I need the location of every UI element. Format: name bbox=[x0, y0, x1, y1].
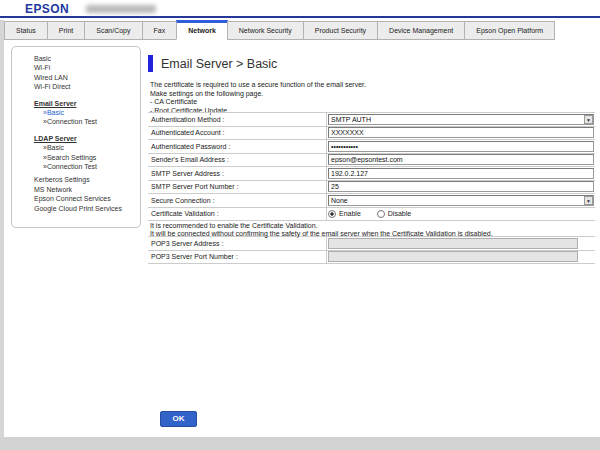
sidebar-item-basic[interactable]: Basic bbox=[12, 54, 140, 63]
tab-print[interactable]: Print bbox=[47, 21, 85, 40]
sidebar-item-basic[interactable]: »Basic bbox=[12, 108, 140, 117]
tab-network[interactable]: Network bbox=[176, 20, 228, 40]
note-line: It is recommended to enable the Certific… bbox=[150, 222, 595, 230]
form-row-smtp-address: SMTP Server Address : bbox=[148, 166, 595, 180]
sender-email-input[interactable] bbox=[328, 154, 594, 165]
description-line: Make settings on the following page. bbox=[150, 90, 366, 99]
tab-epson-open-platform[interactable]: Epson Open Platform bbox=[464, 21, 555, 40]
certificate-validation-note: It is recommended to enable the Certific… bbox=[148, 220, 595, 236]
form-row-secure-connection: Secure Connection : None ▼ bbox=[148, 193, 595, 207]
sidebar-item-ldap-server[interactable]: LDAP Server bbox=[12, 134, 140, 143]
tab-scan-copy[interactable]: Scan/Copy bbox=[84, 21, 142, 40]
email-server-form: Authentication Method : SMTP AUTH ▼ Auth… bbox=[148, 112, 595, 264]
authentication-method-cell: SMTP AUTH ▼ bbox=[326, 113, 595, 126]
certificate-validation-label: Certificate Validation : bbox=[148, 210, 326, 217]
sidebar-item-email-server[interactable]: Email Server bbox=[12, 99, 140, 108]
tab-network-security[interactable]: Network Security bbox=[227, 21, 304, 40]
tab-product-security[interactable]: Product Security bbox=[303, 21, 378, 40]
certificate-validation-radio-group: Enable Disable bbox=[328, 210, 427, 218]
title-accent-bar bbox=[148, 55, 153, 72]
sender-email-cell bbox=[326, 154, 595, 167]
pop3-address-label: POP3 Server Address : bbox=[148, 240, 326, 247]
app-header: EPSON bbox=[0, 0, 600, 18]
tab-fax[interactable]: Fax bbox=[142, 21, 178, 40]
pop3-port-input bbox=[328, 251, 578, 262]
disable-radio-label[interactable]: Disable bbox=[388, 210, 411, 217]
certificate-validation-cell: Enable Disable bbox=[326, 208, 595, 221]
authenticated-password-label: Authenticated Password : bbox=[148, 143, 326, 150]
sender-email-label: Sender's Email Address : bbox=[148, 156, 326, 163]
pop3-port-cell bbox=[326, 251, 595, 264]
secure-connection-value: None bbox=[331, 197, 348, 204]
tab-bar: StatusPrintScan/CopyFaxNetworkNetwork Se… bbox=[4, 20, 554, 40]
pop3-port-label: POP3 Server Port Number : bbox=[148, 253, 326, 260]
tab-device-management[interactable]: Device Management bbox=[377, 21, 465, 40]
pop3-address-cell bbox=[326, 237, 595, 250]
page-left-gutter bbox=[0, 20, 4, 437]
sidebar-item-ms-network[interactable]: MS Network bbox=[12, 185, 140, 194]
disable-radio[interactable] bbox=[377, 210, 385, 218]
sidebar-item-connection-test[interactable]: »Connection Test bbox=[12, 162, 140, 171]
authenticated-account-input[interactable] bbox=[328, 127, 594, 138]
chevron-down-icon[interactable]: ▼ bbox=[584, 196, 593, 205]
description-line: The certificate is required to use a sec… bbox=[150, 81, 366, 90]
tab-status[interactable]: Status bbox=[4, 21, 48, 40]
secure-connection-select[interactable]: None ▼ bbox=[328, 195, 594, 206]
authentication-method-label: Authentication Method : bbox=[148, 116, 326, 123]
epson-logo: EPSON bbox=[25, 2, 69, 16]
printer-model-redacted bbox=[86, 5, 156, 13]
secure-connection-label: Secure Connection : bbox=[148, 197, 326, 204]
sidebar-item-epson-connect-services[interactable]: Epson Connect Services bbox=[12, 194, 140, 203]
smtp-address-label: SMTP Server Address : bbox=[148, 170, 326, 177]
form-row-authenticated-password: Authenticated Password : bbox=[148, 139, 595, 153]
page-description: The certificate is required to use a sec… bbox=[150, 81, 366, 115]
authenticated-password-cell bbox=[326, 140, 595, 153]
page-footer-strip bbox=[0, 437, 600, 450]
authenticated-password-input[interactable] bbox=[328, 141, 594, 152]
form-row-pop3-address: POP3 Server Address : bbox=[148, 236, 595, 250]
authenticated-account-label: Authenticated Account : bbox=[148, 129, 326, 136]
sidebar-item-wi-fi[interactable]: Wi-Fi bbox=[12, 63, 140, 72]
smtp-port-cell bbox=[326, 181, 595, 194]
form-row-authentication-method: Authentication Method : SMTP AUTH ▼ bbox=[148, 112, 595, 126]
sidebar-item-connection-test[interactable]: »Connection Test bbox=[12, 117, 140, 126]
smtp-address-cell bbox=[326, 167, 595, 180]
form-row-authenticated-account: Authenticated Account : bbox=[148, 126, 595, 140]
form-row-certificate-validation: Certificate Validation : Enable Disable bbox=[148, 207, 595, 221]
sidebar-item-kerberos-settings[interactable]: Kerberos Settings bbox=[12, 175, 140, 184]
smtp-port-label: SMTP Server Port Number : bbox=[148, 183, 326, 190]
form-row-pop3-port: POP3 Server Port Number : bbox=[148, 250, 595, 264]
description-line: - CA Certificate bbox=[150, 98, 366, 107]
sidebar-item-wired-lan[interactable]: Wired LAN bbox=[12, 73, 140, 82]
authenticated-account-cell bbox=[326, 127, 595, 140]
authentication-method-value: SMTP AUTH bbox=[331, 116, 371, 123]
sidebar-item-google-cloud-print-services[interactable]: Google Cloud Print Services bbox=[12, 204, 140, 213]
authentication-method-select[interactable]: SMTP AUTH ▼ bbox=[328, 114, 594, 125]
smtp-address-input[interactable] bbox=[328, 168, 594, 179]
form-row-sender-email: Sender's Email Address : bbox=[148, 153, 595, 167]
pop3-address-input bbox=[328, 238, 578, 249]
enable-radio-label[interactable]: Enable bbox=[339, 210, 361, 217]
secure-connection-cell: None ▼ bbox=[326, 194, 595, 207]
sidebar-item-wi-fi-direct[interactable]: Wi-Fi Direct bbox=[12, 82, 140, 91]
page-title-block: Email Server > Basic bbox=[148, 55, 277, 72]
sidebar-nav: BasicWi-FiWired LANWi-Fi DirectEmail Ser… bbox=[11, 46, 141, 228]
sidebar-item-basic[interactable]: »Basic bbox=[12, 143, 140, 152]
chevron-down-icon[interactable]: ▼ bbox=[584, 115, 593, 124]
ok-button[interactable]: OK bbox=[160, 411, 197, 427]
smtp-port-input[interactable] bbox=[328, 181, 594, 192]
sidebar-item-search-settings[interactable]: »Search Settings bbox=[12, 153, 140, 162]
form-row-smtp-port: SMTP Server Port Number : bbox=[148, 180, 595, 194]
enable-radio[interactable] bbox=[328, 210, 336, 218]
page-title: Email Server > Basic bbox=[161, 57, 277, 71]
